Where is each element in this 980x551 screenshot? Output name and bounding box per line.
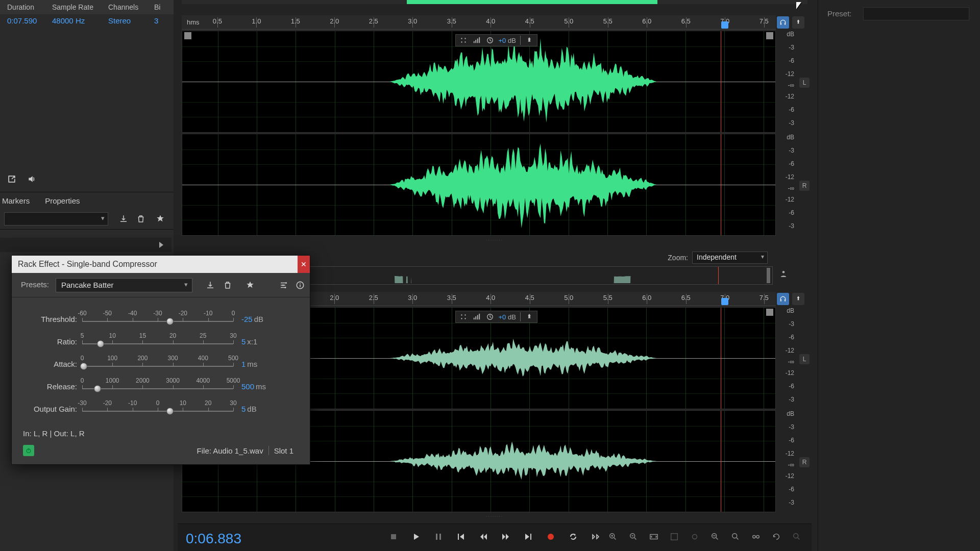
rewind-button[interactable] <box>477 530 490 543</box>
param-value[interactable]: 1ms <box>233 360 280 368</box>
settings-icon[interactable] <box>277 279 290 291</box>
gain-hud[interactable]: +0 dB <box>455 34 537 46</box>
waveform-left-top[interactable]: +0 dB <box>182 31 776 133</box>
svg-rect-7 <box>475 40 476 43</box>
channel-badge-left[interactable]: L <box>799 354 810 364</box>
param-ratio: Ratio:510152025305x:1 <box>23 330 299 353</box>
zoom-in-icon[interactable] <box>606 530 620 543</box>
slider-knob[interactable] <box>166 318 174 325</box>
import-icon[interactable] <box>6 174 17 186</box>
channel-badge-left[interactable]: L <box>799 78 810 88</box>
slider-knob[interactable] <box>80 363 87 370</box>
splitter-handle[interactable]: ········ <box>479 238 510 241</box>
file-label: File: Audio 1_5.wav <box>192 446 268 455</box>
skip-end-button[interactable] <box>522 530 535 543</box>
effects-preset-dropdown[interactable] <box>4 212 108 226</box>
delete-preset-icon[interactable] <box>135 213 147 224</box>
svg-rect-21 <box>479 314 480 319</box>
save-preset-icon[interactable] <box>204 279 217 291</box>
zoom-mode-row: Zoom: Independent <box>668 250 768 265</box>
headphones-icon[interactable] <box>777 16 789 29</box>
pin-icon[interactable] <box>792 16 804 29</box>
zoom-out-time-icon[interactable] <box>729 530 742 543</box>
play-button[interactable] <box>409 530 423 543</box>
headphones-icon[interactable] <box>777 293 789 305</box>
loop-button[interactable] <box>567 530 580 543</box>
param-slider[interactable]: 0100200300400500 <box>82 357 233 371</box>
info-icon[interactable] <box>293 279 307 291</box>
person-icon[interactable] <box>779 269 790 281</box>
delete-preset-icon[interactable] <box>221 279 234 291</box>
zoom-link-icon[interactable] <box>749 530 763 543</box>
zoom-mode-dropdown[interactable]: Independent <box>692 252 768 264</box>
dialog-preset-bar: Presets: Pancake Batter <box>12 273 310 297</box>
dialog-titlebar[interactable]: Rack Effect - Single-band Compressor ✕ <box>12 256 310 273</box>
favorite-icon[interactable] <box>243 279 257 291</box>
slider-knob[interactable] <box>94 385 101 392</box>
pin-icon[interactable] <box>792 293 804 305</box>
pause-button[interactable] <box>432 530 445 543</box>
record-button[interactable] <box>544 530 557 543</box>
zoom-full-icon[interactable] <box>647 530 660 543</box>
effects-preset-row <box>0 209 174 230</box>
fast-forward-button[interactable] <box>499 530 512 543</box>
playhead-marker[interactable] <box>721 21 728 29</box>
svg-point-33 <box>693 535 697 539</box>
zoom-out-icon[interactable] <box>627 530 640 543</box>
param-slider[interactable]: -60-50-40-30-20-100 <box>82 312 233 326</box>
drag-handle-icon[interactable] <box>459 312 468 321</box>
favorite-icon[interactable] <box>154 213 166 224</box>
pin-small-icon[interactable] <box>525 312 534 321</box>
zoom-toolbar <box>606 530 803 543</box>
param-slider[interactable]: 51015202530 <box>82 334 233 348</box>
time-ruler-top[interactable]: hms 0.51.01.52.02.53.03.54.04.55.05.56.0… <box>182 15 776 30</box>
channel-badge-right[interactable]: R <box>799 181 810 191</box>
gain-hud[interactable]: +0 dB <box>455 311 537 323</box>
slider-knob[interactable] <box>166 408 174 415</box>
zoom-selection-in-icon[interactable] <box>688 530 701 543</box>
pin-small-icon[interactable] <box>525 36 534 45</box>
speaker-icon[interactable] <box>27 174 38 186</box>
nav-handle-right[interactable] <box>767 268 770 283</box>
param-value[interactable]: 5dB <box>233 405 280 413</box>
zoom-selection-icon[interactable] <box>668 530 681 543</box>
param-value[interactable]: 5x:1 <box>233 337 280 346</box>
param-value[interactable]: 500ms <box>233 382 280 391</box>
clock-icon[interactable] <box>485 36 495 45</box>
file-row[interactable]: 0:07.590 48000 Hz Stereo 3 <box>0 14 174 27</box>
tab-properties[interactable]: Properties <box>45 196 80 205</box>
playhead-marker[interactable] <box>721 298 728 305</box>
skip-start-button[interactable] <box>454 530 468 543</box>
svg-point-38 <box>794 534 798 538</box>
timecode-display[interactable]: 0:06.883 <box>186 531 241 547</box>
stop-button[interactable] <box>387 530 400 543</box>
zoom-reset-icon[interactable] <box>770 530 783 543</box>
preset-dropdown[interactable]: Pancake Batter <box>56 278 192 292</box>
splitter-handle[interactable]: ········ <box>479 514 510 517</box>
clock-icon[interactable] <box>485 312 495 321</box>
power-toggle[interactable] <box>23 445 34 456</box>
drag-handle-icon[interactable] <box>459 36 468 45</box>
overview-scrollbar[interactable] <box>182 0 807 4</box>
col-bitdepth: Bi <box>151 2 169 12</box>
channel-badge-right[interactable]: R <box>799 457 810 467</box>
io-text: In: L, R | Out: L, R <box>12 425 310 440</box>
preset-label: Preset: <box>827 9 852 18</box>
waveform-right-top[interactable] <box>182 134 776 236</box>
skip-selection-button[interactable] <box>589 530 602 543</box>
svg-rect-9 <box>479 37 480 43</box>
param-slider[interactable]: 010002000300040005000 <box>82 379 233 393</box>
param-slider[interactable]: -30-20-100102030 <box>82 402 233 416</box>
zoom-vert-icon[interactable] <box>790 530 803 543</box>
transport-bar: 0:06.883 <box>178 523 812 551</box>
svg-rect-19 <box>475 316 476 319</box>
zoom-in-time-icon[interactable] <box>708 530 722 543</box>
close-button[interactable]: ✕ <box>298 256 310 273</box>
slider-knob[interactable] <box>97 340 104 347</box>
right-preset-dropdown[interactable] <box>863 7 969 20</box>
effects-rack-expand[interactable] <box>0 238 172 252</box>
param-label: Output Gain: <box>23 405 82 413</box>
tab-markers[interactable]: Markers <box>2 196 30 205</box>
param-value[interactable]: -25dB <box>233 315 280 323</box>
save-preset-icon[interactable] <box>117 213 130 224</box>
